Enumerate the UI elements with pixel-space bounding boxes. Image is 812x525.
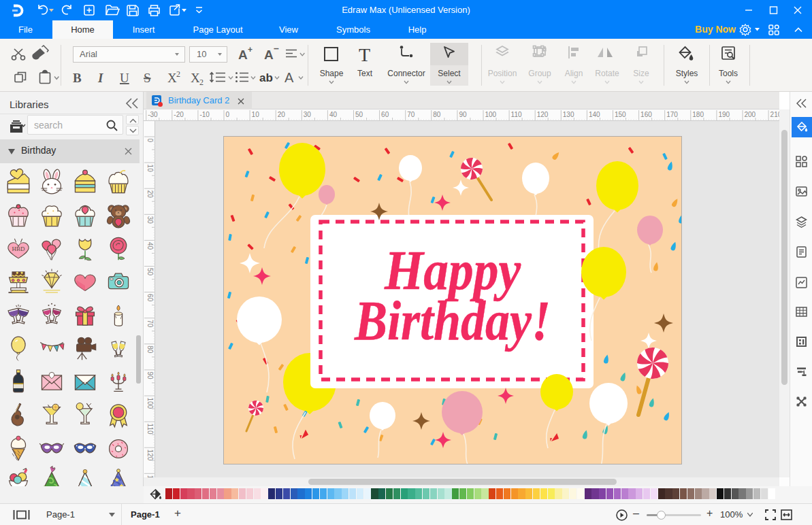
svg-text:-20: -20 [174,111,184,118]
svg-text:HBD: HBD [12,245,25,252]
svg-text:40: 40 [329,111,338,118]
svg-text:160: 160 [640,111,652,118]
svg-text:180: 180 [692,111,704,118]
svg-text:20: 20 [146,190,154,199]
svg-text:110: 110 [146,424,154,435]
svg-text:30: 30 [146,216,154,224]
svg-text:140: 140 [589,111,600,118]
svg-text:0: 0 [226,111,230,118]
svg-text:170: 170 [666,111,678,118]
svg-text:80: 80 [433,111,441,118]
svg-text:200: 200 [745,111,756,118]
svg-text:120: 120 [537,111,549,118]
svg-text:130: 130 [563,111,574,118]
svg-text:70: 70 [146,320,154,328]
svg-text:190: 190 [718,111,730,118]
svg-text:150: 150 [615,111,626,118]
svg-text:70: 70 [407,111,415,118]
svg-text:80: 80 [146,345,154,354]
svg-text:10: 10 [252,111,260,118]
svg-text:50: 50 [355,111,363,118]
svg-text:210: 210 [770,111,779,118]
svg-text:0: 0 [146,139,154,143]
svg-text:50: 50 [146,268,154,276]
svg-text:90: 90 [459,111,467,118]
svg-text:Birthday!: Birthday! [354,290,551,352]
svg-text:-30: -30 [148,111,158,118]
svg-text:60: 60 [146,294,154,302]
svg-text:120: 120 [146,450,154,461]
svg-text:60: 60 [381,111,389,118]
svg-text:40: 40 [146,242,154,250]
svg-text:10: 10 [146,165,154,173]
svg-text:110: 110 [511,111,522,118]
svg-text:-10: -10 [199,111,210,118]
svg-text:30: 30 [304,111,312,118]
svg-text:100: 100 [146,398,154,409]
svg-text:20: 20 [278,111,286,118]
svg-text:90: 90 [146,371,154,379]
svg-text:100: 100 [485,111,497,118]
